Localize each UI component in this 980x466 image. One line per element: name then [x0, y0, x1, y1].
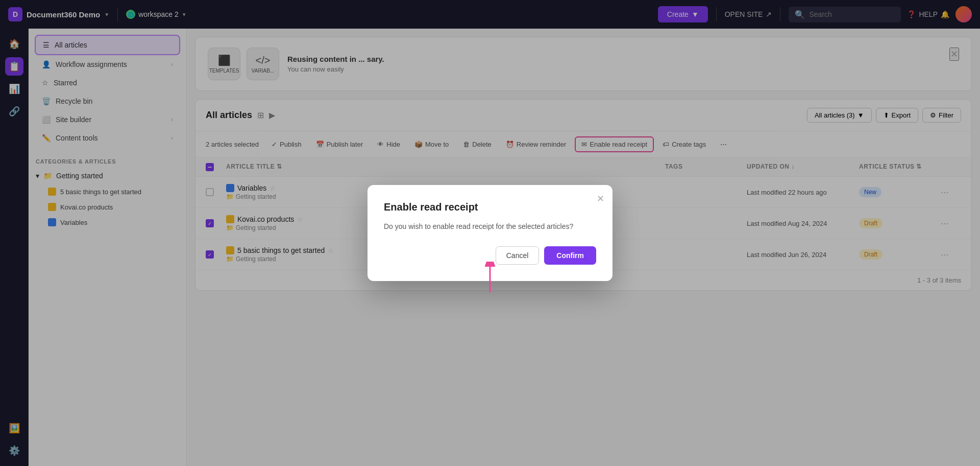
modal-title: Enable read receipt: [384, 201, 596, 213]
modal-body: Do you wish to enable read receipt for t…: [384, 221, 596, 232]
modal-close-button[interactable]: ✕: [597, 193, 604, 204]
cancel-button[interactable]: Cancel: [496, 246, 540, 265]
confirm-button[interactable]: Confirm: [544, 246, 596, 265]
modal-dialog: ✕ Enable read receipt Do you wish to ena…: [368, 185, 612, 281]
modal-overlay: ✕ Enable read receipt Do you wish to ena…: [0, 0, 980, 466]
modal-actions: Cancel Confirm: [384, 246, 596, 265]
